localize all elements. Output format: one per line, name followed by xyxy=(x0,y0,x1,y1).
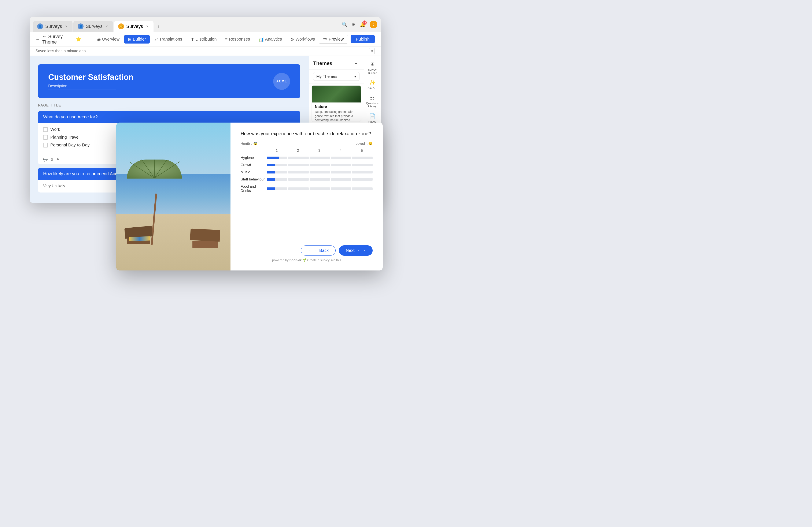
star-icon: ⭐ xyxy=(76,36,82,42)
staff-bar-1[interactable] xyxy=(267,178,287,181)
beach-question-text: How was your experience with our beach-s… xyxy=(241,131,373,136)
music-bar-1[interactable] xyxy=(267,171,287,174)
tab-responses-label: Responses xyxy=(229,37,250,42)
tab-translations-label: Translations xyxy=(159,37,182,42)
staff-bar-5[interactable] xyxy=(352,178,373,181)
rating-row-staff: Staff behaviour xyxy=(241,177,373,181)
tab-3[interactable]: 🔑 Surveys × xyxy=(114,21,154,32)
checkbox-personal[interactable] xyxy=(43,143,48,148)
music-bar-3[interactable] xyxy=(309,171,330,174)
beach-survey-content: How was your experience with our beach-s… xyxy=(231,123,383,270)
tab-2-close[interactable]: × xyxy=(105,24,109,29)
crowd-bar-5[interactable] xyxy=(352,164,373,166)
staff-bar-4[interactable] xyxy=(331,178,351,181)
survey-header-text: Customer Satisfaction Description xyxy=(48,73,133,90)
tab-distribution[interactable]: ⬆ Distribution xyxy=(187,35,220,44)
crowd-bar-2[interactable] xyxy=(288,164,309,166)
grid-icon[interactable]: ⊞ xyxy=(352,22,356,27)
hygiene-bar-1[interactable] xyxy=(267,156,287,159)
scale-header: Horrible 😨 Loved it 😊 xyxy=(241,141,373,146)
question-1-text: What do you use Acme for? xyxy=(43,114,98,119)
search-icon[interactable]: 🔍 xyxy=(342,22,347,27)
hygiene-bar-4[interactable] xyxy=(331,156,351,159)
tab-3-icon: 🔑 xyxy=(118,24,124,29)
food-bar-3[interactable] xyxy=(309,187,330,190)
hygiene-bar-3[interactable] xyxy=(309,156,330,159)
back-arrow-nav-icon: ← xyxy=(308,248,312,253)
food-bar-5[interactable] xyxy=(352,187,373,190)
tab-2[interactable]: 👤 Surveys × xyxy=(73,21,113,32)
music-bar-4[interactable] xyxy=(331,171,351,174)
sidebar-item-questions[interactable]: ☷ Questions Library xyxy=(365,93,380,110)
staff-bar-2[interactable] xyxy=(288,178,309,181)
themes-filter-label: My Themes xyxy=(316,74,337,79)
scale-min-label: Very Unlikely xyxy=(43,184,65,188)
sea xyxy=(116,174,231,219)
rating-numbers-row: 1 2 3 4 5 xyxy=(241,149,373,153)
crowd-bar-3[interactable] xyxy=(309,164,330,166)
rating-num-2: 2 xyxy=(287,149,309,153)
food-bar-1[interactable] xyxy=(267,187,287,190)
rating-spacer xyxy=(241,149,266,153)
acme-logo: ACME xyxy=(273,73,290,90)
user-avatar[interactable]: J xyxy=(369,21,377,28)
tab-builder[interactable]: ⊞ Builder xyxy=(124,35,150,44)
hygiene-bar-5[interactable] xyxy=(352,156,373,159)
tab-1[interactable]: 👤 Surveys × xyxy=(33,21,73,32)
rating-num-1: 1 xyxy=(266,149,287,153)
preview-label: Preview xyxy=(329,37,344,42)
music-bar-5[interactable] xyxy=(352,171,373,174)
hygiene-bar-2[interactable] xyxy=(288,156,309,159)
tab-responses[interactable]: ≡ Responses xyxy=(221,35,254,43)
back-nav-button[interactable]: ← ← Back xyxy=(301,245,336,256)
themes-panel-header: Themes + xyxy=(309,56,364,70)
umbrella-ribs xyxy=(127,160,182,179)
checkbox-work[interactable] xyxy=(43,127,48,132)
tab-workflows[interactable]: ⚙ Workflows xyxy=(287,35,319,44)
tab-overview[interactable]: ◉ Overview xyxy=(93,35,123,44)
status-text: Saved less than a minute ago xyxy=(35,49,86,53)
crowd-bar-1[interactable] xyxy=(267,164,287,166)
music-bar-2[interactable] xyxy=(288,171,309,174)
themes-add-button[interactable]: + xyxy=(353,60,360,67)
option-work-label: Work xyxy=(50,127,60,132)
browser-tabs-bar: 👤 Surveys × 👤 Surveys × 🔑 Surveys × + 🔍 … xyxy=(30,17,381,32)
publish-button[interactable]: Publish xyxy=(351,35,375,43)
survey-description: Description xyxy=(48,84,116,90)
tab-bar: 👤 Surveys × 👤 Surveys × 🔑 Surveys × + xyxy=(30,17,166,32)
builder-sidebar-icon: ⊞ xyxy=(370,61,375,67)
rating-row-hygiene: Hygiene xyxy=(241,156,373,160)
food-bar-2[interactable] xyxy=(288,187,309,190)
themes-panel-title: Themes xyxy=(313,60,332,66)
crowd-bar-4[interactable] xyxy=(331,164,351,166)
analytics-icon: 📊 xyxy=(258,37,264,42)
theme-card-nature[interactable]: Nature Deep, embracing greens with gentl… xyxy=(311,85,361,122)
tab-translations[interactable]: ⇄ Translations xyxy=(150,35,186,44)
browser-controls: 🔍 ⊞ 🔔 54 J xyxy=(342,19,381,30)
food-bar-4[interactable] xyxy=(331,187,351,190)
preview-button[interactable]: 👁 Preview xyxy=(319,35,348,44)
builder-sidebar-label: Survey Builder xyxy=(366,68,378,75)
ai-sidebar-label: Ask AI+ xyxy=(367,87,377,90)
sidebar-item-ai[interactable]: ✨ Ask AI+ xyxy=(365,77,380,92)
app-nav: ← ← Survey Theme ⭐ ◉ Overview ⊞ Builder … xyxy=(30,32,381,46)
scale-min-emoji: Horrible 😨 xyxy=(241,141,258,146)
next-nav-button[interactable]: Next → → xyxy=(339,245,373,256)
themes-filter: My Themes ▾ xyxy=(309,70,364,84)
checkbox-planning[interactable] xyxy=(43,135,48,140)
tab-1-close[interactable]: × xyxy=(64,24,68,29)
flag-icon: ⚑ xyxy=(56,157,59,162)
tab-analytics[interactable]: 📊 Analytics xyxy=(255,35,286,44)
beach-footer: powered by Sprinklr 🌱 Create a survey li… xyxy=(241,258,373,262)
tab-distribution-label: Distribution xyxy=(195,37,217,42)
new-tab-button[interactable]: + xyxy=(154,22,163,31)
tab-3-close[interactable]: × xyxy=(145,24,149,29)
sidebar-item-builder[interactable]: ⊞ Survey Builder xyxy=(365,59,380,77)
theme-nature-image xyxy=(312,86,361,103)
back-button[interactable]: ← ← Survey Theme ⭐ xyxy=(35,34,82,45)
bell-container: 🔔 54 xyxy=(360,22,365,27)
beach-nav-buttons: ← ← Back Next → → xyxy=(241,241,373,256)
themes-dropdown[interactable]: My Themes ▾ xyxy=(313,72,360,81)
staff-bar-3[interactable] xyxy=(309,178,330,181)
layout-icon[interactable]: ⊞ xyxy=(369,48,375,54)
